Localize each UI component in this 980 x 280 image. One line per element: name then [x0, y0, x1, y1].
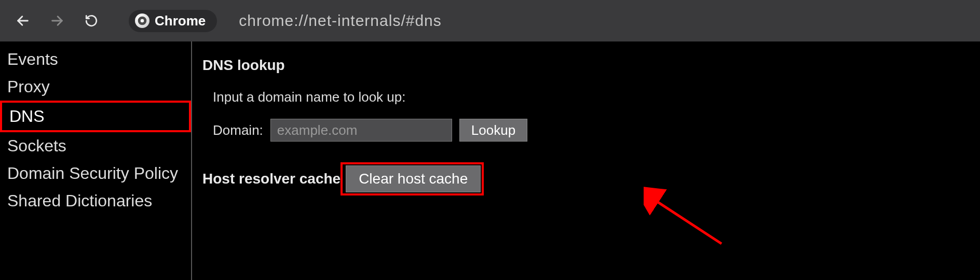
- forward-button[interactable]: [45, 8, 70, 33]
- page-content: Events Proxy DNS Sockets Domain Security…: [0, 41, 980, 280]
- clear-host-cache-button[interactable]: Clear host cache: [346, 165, 481, 192]
- origin-chip-label: Chrome: [155, 13, 206, 29]
- dns-lookup-row: Domain: Lookup: [213, 119, 970, 142]
- host-resolver-cache-heading: Host resolver cache: [202, 171, 341, 187]
- browser-toolbar: Chrome chrome://net-internals/#dns: [0, 0, 980, 41]
- svg-point-3: [141, 19, 144, 23]
- main-panel: DNS lookup Input a domain name to look u…: [192, 41, 980, 280]
- domain-label: Domain:: [213, 122, 263, 138]
- sidebar-item-shared-dictionaries[interactable]: Shared Dictionaries: [0, 187, 191, 215]
- sidebar-item-events[interactable]: Events: [0, 46, 191, 73]
- sidebar-item-domain-security-policy[interactable]: Domain Security Policy: [0, 160, 191, 187]
- sidebar: Events Proxy DNS Sockets Domain Security…: [0, 41, 192, 280]
- domain-input[interactable]: [270, 119, 452, 142]
- origin-chip[interactable]: Chrome: [129, 10, 217, 32]
- dns-lookup-heading: DNS lookup: [202, 57, 970, 74]
- svg-line-4: [654, 200, 722, 244]
- host-resolver-row: Host resolver cache Clear host cache: [202, 162, 970, 195]
- sidebar-item-sockets[interactable]: Sockets: [0, 132, 191, 160]
- annotation-highlight-clear-button: Clear host cache: [341, 162, 484, 195]
- annotation-arrow-icon: [644, 187, 727, 249]
- reload-button[interactable]: [79, 8, 104, 33]
- chrome-icon: [135, 13, 149, 28]
- url-text[interactable]: chrome://net-internals/#dns: [239, 12, 442, 30]
- sidebar-item-dns[interactable]: DNS: [0, 101, 191, 132]
- lookup-button[interactable]: Lookup: [459, 119, 527, 142]
- sidebar-item-proxy[interactable]: Proxy: [0, 73, 191, 101]
- dns-lookup-prompt: Input a domain name to look up:: [213, 89, 970, 105]
- back-button[interactable]: [10, 8, 35, 33]
